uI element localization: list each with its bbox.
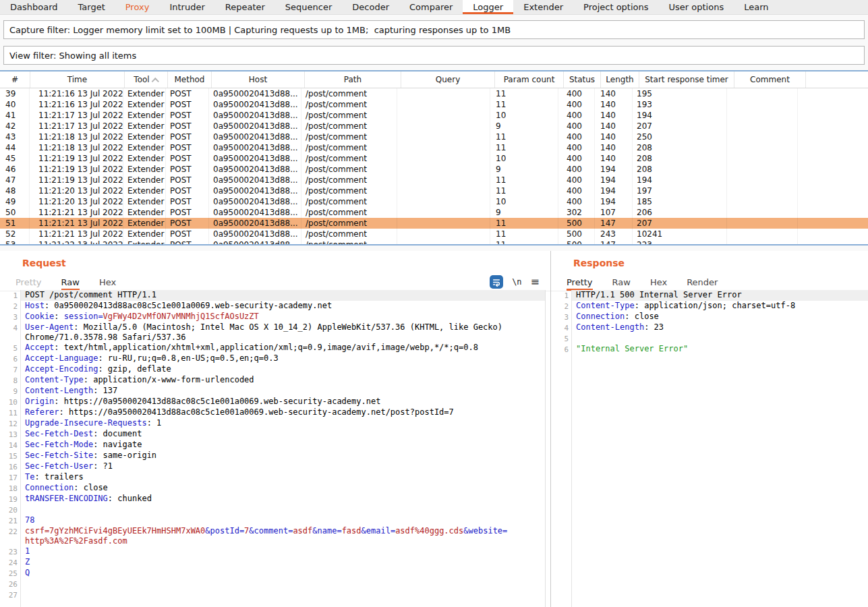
code-line: 24Z xyxy=(0,557,545,568)
code-line: 7Accept-Encoding: gzip, deflate xyxy=(0,364,545,375)
line-number: 20 xyxy=(0,504,18,515)
menu-bar: DashboardTargetProxyIntruderRepeaterSequ… xyxy=(0,0,868,15)
response-tab-hex[interactable]: Hex xyxy=(650,277,667,291)
response-tab-pretty[interactable]: Pretty xyxy=(567,277,593,291)
line-content: Accept-Language: ru-RU,ru;q=0.8,en-US;q=… xyxy=(21,353,545,364)
table-row[interactable]: 5311:21:22 13 Jul 2022ExtenderPOST0a9500… xyxy=(0,239,868,245)
code-line: 16Sec-Fetch-User: ?1 xyxy=(0,461,545,472)
column-header-host[interactable]: Host xyxy=(212,71,305,88)
response-tab-render[interactable]: Render xyxy=(687,277,718,291)
tab-extender[interactable]: Extender xyxy=(513,0,573,14)
cell--: 42 xyxy=(0,121,30,132)
request-tab-hex[interactable]: Hex xyxy=(99,277,116,291)
code-line: 12Upgrade-Insecure-Requests: 1 xyxy=(0,418,545,429)
table-row[interactable]: 4111:21:17 13 Jul 2022ExtenderPOST0a9500… xyxy=(0,110,868,121)
capture-filter-text: Capture filter: Logger memory limit set … xyxy=(9,25,511,35)
table-row[interactable]: 5111:21:21 13 Jul 2022ExtenderPOST0a9500… xyxy=(0,218,868,229)
column-header-comment[interactable]: Comment xyxy=(734,71,806,88)
table-row[interactable]: 4911:21:20 13 Jul 2022ExtenderPOST0a9500… xyxy=(0,196,868,207)
editor-menu-icon[interactable]: ≡ xyxy=(531,277,540,287)
table-row[interactable]: 4611:21:19 13 Jul 2022ExtenderPOST0a9500… xyxy=(0,164,868,175)
column-header-time[interactable]: Time xyxy=(30,71,125,88)
tab-intruder[interactable]: Intruder xyxy=(159,0,214,14)
cell-status: 400 xyxy=(558,110,595,121)
line-content: csrf=7gYzhMCiFvi4gBEyUEEk7HmHSHM7xWA0&po… xyxy=(21,526,545,546)
tab-proxy[interactable]: Proxy xyxy=(115,0,160,14)
column-header-param-count[interactable]: Param count xyxy=(495,71,564,88)
cell-host: 0a9500020413d88... xyxy=(209,110,301,121)
cell-start-response-timer: 207 xyxy=(633,218,727,229)
column-header-status[interactable]: Status xyxy=(564,71,601,88)
tab-target[interactable]: Target xyxy=(68,0,115,14)
tab-learn[interactable]: Learn xyxy=(734,0,778,14)
line-content: Connection: close xyxy=(21,483,545,494)
cell--: 41 xyxy=(0,110,30,121)
tab-dashboard[interactable]: Dashboard xyxy=(0,0,68,14)
cell-length: 140 xyxy=(595,99,633,110)
tab-logger[interactable]: Logger xyxy=(463,0,513,14)
table-row[interactable]: 5211:21:21 13 Jul 2022ExtenderPOST0a9500… xyxy=(0,229,868,239)
cell-time: 11:21:18 13 Jul 2022 xyxy=(30,142,123,153)
request-tab-raw[interactable]: Raw xyxy=(61,277,80,291)
line-number: 26 xyxy=(0,579,18,589)
tab-sequencer[interactable]: Sequencer xyxy=(275,0,342,14)
view-filter-bar[interactable]: View filter: Showing all items xyxy=(3,46,865,65)
horizontal-splitter[interactable] xyxy=(0,245,868,251)
cell--: 47 xyxy=(0,175,30,185)
response-tab-raw[interactable]: Raw xyxy=(612,277,631,291)
table-row[interactable]: 4511:21:19 13 Jul 2022ExtenderPOST0a9500… xyxy=(0,153,868,164)
code-line: 15Sec-Fetch-Site: same-origin xyxy=(0,451,545,461)
table-row[interactable]: 4011:21:16 13 Jul 2022ExtenderPOST0a9500… xyxy=(0,99,868,110)
cell-tool: Extender xyxy=(123,207,166,218)
table-row[interactable]: 4211:21:17 13 Jul 2022ExtenderPOST0a9500… xyxy=(0,121,868,132)
column-header-query[interactable]: Query xyxy=(401,71,495,88)
response-editor[interactable]: 1HTTP/1.1 500 Internal Server Error2Cont… xyxy=(551,290,868,607)
cell-time: 11:21:20 13 Jul 2022 xyxy=(30,196,123,207)
row-filler xyxy=(798,218,868,229)
cell--: 45 xyxy=(0,153,30,164)
cell-host: 0a9500020413d88... xyxy=(209,142,301,153)
tab-decoder[interactable]: Decoder xyxy=(342,0,399,14)
table-row[interactable]: 5011:21:21 13 Jul 2022ExtenderPOST0a9500… xyxy=(0,207,868,218)
column-header-path[interactable]: Path xyxy=(305,71,401,88)
table-row[interactable]: 4811:21:20 13 Jul 2022ExtenderPOST0a9500… xyxy=(0,185,868,196)
cell-path: /post/comment xyxy=(301,142,397,153)
capture-filter-bar[interactable]: Capture filter: Logger memory limit set … xyxy=(3,20,865,39)
cell-host: 0a9500020413d88... xyxy=(209,239,301,245)
row-filler xyxy=(798,164,868,175)
word-wrap-icon[interactable] xyxy=(490,275,503,289)
cell-param-count: 11 xyxy=(490,88,558,99)
cell-param-count: 9 xyxy=(490,164,558,175)
cell-method: POST xyxy=(166,207,209,218)
request-editor[interactable]: 1POST /post/comment HTTP/1.12Host: 0a950… xyxy=(0,290,546,607)
code-line: 8Content-Type: application/x-www-form-ur… xyxy=(0,375,545,386)
code-line: 2Host: 0a9500020413d88ac08c5c1e001a0069.… xyxy=(0,301,545,312)
column-header-label: Time xyxy=(67,75,87,84)
code-line: 26 xyxy=(0,579,545,589)
table-row[interactable]: 3911:21:16 13 Jul 2022ExtenderPOST0a9500… xyxy=(0,88,868,99)
cell--: 52 xyxy=(0,229,30,239)
cell--: 44 xyxy=(0,142,30,153)
tab-comparer[interactable]: Comparer xyxy=(399,0,463,14)
cell--: 46 xyxy=(0,164,30,175)
cell-host: 0a9500020413d88... xyxy=(209,218,301,229)
table-row[interactable]: 4311:21:18 13 Jul 2022ExtenderPOST0a9500… xyxy=(0,132,868,142)
cell-start-response-timer: 208 xyxy=(633,153,727,164)
tab-user-options[interactable]: User options xyxy=(659,0,734,14)
request-tab-pretty[interactable]: Pretty xyxy=(16,277,42,291)
tab-project-options[interactable]: Project options xyxy=(573,0,659,14)
newline-icon[interactable]: \n xyxy=(512,277,521,287)
cell-time: 11:21:16 13 Jul 2022 xyxy=(30,99,123,110)
tab-repeater[interactable]: Repeater xyxy=(215,0,275,14)
table-row[interactable]: 4411:21:18 13 Jul 2022ExtenderPOST0a9500… xyxy=(0,142,868,153)
column-header--[interactable]: # xyxy=(0,71,30,88)
line-number: 5 xyxy=(0,343,18,353)
cell-start-response-timer: 194 xyxy=(633,175,727,185)
column-header-method[interactable]: Method xyxy=(168,71,212,88)
table-row[interactable]: 4711:21:19 13 Jul 2022ExtenderPOST0a9500… xyxy=(0,175,868,185)
column-header-start-response-timer[interactable]: Start response timer xyxy=(639,71,734,88)
cell-query xyxy=(397,218,490,229)
column-header-length[interactable]: Length xyxy=(601,71,639,88)
column-header-tool[interactable]: Tool xyxy=(125,71,168,88)
row-filler xyxy=(798,196,868,207)
